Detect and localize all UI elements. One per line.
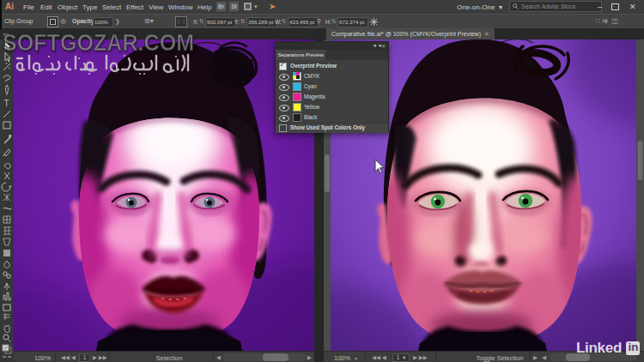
svg-text:T: T	[4, 99, 9, 108]
